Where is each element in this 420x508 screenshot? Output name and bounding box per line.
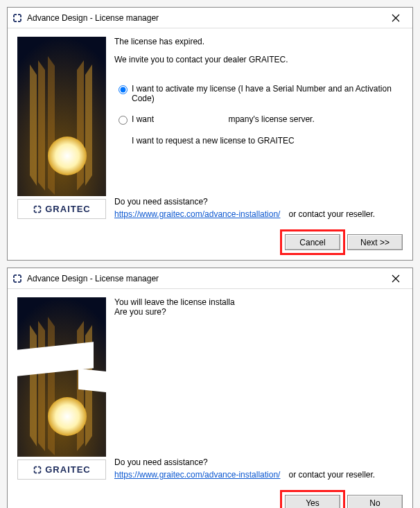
assistance-prompt: Do you need assistance?: [114, 197, 403, 207]
message-expired: The license has expired.: [114, 37, 403, 46]
button-label: Cancel: [299, 238, 325, 247]
option-label: I want to request a new license to GRAIT…: [132, 136, 403, 146]
titlebar-left: Advance Design - License manager: [12, 273, 159, 284]
dialog-content: GRAITEC The license has expired. We invi…: [8, 28, 412, 227]
button-label: Yes: [306, 498, 320, 508]
sidebar: GRAITEC: [17, 297, 106, 480]
artwork-overlay: [78, 369, 106, 393]
button-row: Yes No: [8, 488, 412, 508]
next-button[interactable]: Next >>: [347, 234, 403, 250]
option-label: I want to activate my license (I have a …: [132, 84, 403, 103]
close-button[interactable]: [382, 270, 410, 287]
option-activate-serial[interactable]: I want to activate my license (I have a …: [114, 84, 403, 103]
button-row: Cancel Next >>: [8, 227, 412, 260]
main-panel: You will leave the license installa Are …: [106, 297, 403, 480]
brand-icon: [33, 204, 42, 214]
activation-options: I want to activate my license (I have a …: [114, 84, 403, 157]
sidebar-artwork: [17, 297, 106, 457]
titlebar: Advance Design - License manager: [8, 8, 412, 28]
option-license-server[interactable]: I want to connect to my company's licens…: [114, 114, 403, 125]
main-panel: The license has expired. We invite you t…: [106, 37, 403, 219]
app-icon: [12, 273, 23, 284]
titlebar-left: Advance Design - License manager: [12, 12, 159, 24]
assistance-section: Do you need assistance? https://www.grai…: [114, 444, 403, 480]
license-dialog-confirm: Advance Design - License manager: [7, 268, 413, 508]
assistance-row: https://www.graitec.com/advance-installa…: [114, 470, 403, 480]
brand-logo: GRAITEC: [17, 459, 106, 480]
svg-point-3: [48, 397, 87, 436]
titlebar: Advance Design - License manager: [8, 268, 412, 289]
option-label-post: mpany's license server.: [228, 114, 314, 124]
sidebar-artwork: [17, 37, 106, 196]
assistance-after: or contact your reseller.: [288, 209, 375, 219]
assistance-section: Do you need assistance? https://www.grai…: [114, 183, 403, 219]
close-button[interactable]: [382, 10, 410, 26]
close-icon: [392, 274, 400, 283]
assistance-row: https://www.graitec.com/advance-installa…: [114, 209, 403, 219]
radio-license-server[interactable]: [119, 116, 128, 125]
assistance-link[interactable]: https://www.graitec.com/advance-installa…: [114, 209, 280, 219]
assistance-after: or contact your reseller.: [288, 470, 375, 480]
dialog-title: Advance Design - License manager: [27, 13, 159, 23]
assistance-prompt: Do you need assistance?: [114, 457, 403, 467]
brand-text: GRAITEC: [45, 204, 91, 214]
button-label: No: [369, 498, 380, 508]
close-icon: [392, 14, 400, 22]
no-button[interactable]: No: [347, 495, 403, 508]
app-icon: [12, 12, 23, 24]
radio-activate-serial[interactable]: [119, 85, 128, 94]
confirm-message-line2: Are you sure?: [114, 307, 403, 317]
cancel-button[interactable]: Cancel: [285, 234, 340, 250]
option-label: I want to connect to my company's licens…: [132, 114, 403, 124]
dialog-content: GRAITEC You will leave the license insta…: [8, 289, 412, 488]
button-label: Next >>: [360, 238, 390, 247]
brand-logo: GRAITEC: [17, 199, 106, 219]
dialog-title: Advance Design - License manager: [27, 274, 159, 283]
brand-text: GRAITEC: [45, 464, 91, 475]
brand-icon: [33, 465, 42, 475]
option-label-pre: I want: [132, 114, 156, 124]
assistance-link[interactable]: https://www.graitec.com/advance-installa…: [114, 470, 280, 480]
yes-button[interactable]: Yes: [285, 495, 340, 508]
option-request-license[interactable]: I want to request a new license to GRAIT…: [114, 136, 403, 146]
confirm-message-line1: You will leave the license installa: [114, 297, 403, 307]
sidebar: GRAITEC: [17, 37, 106, 219]
svg-point-1: [48, 137, 87, 175]
message-contact-dealer: We invite you to contact your dealer GRA…: [114, 55, 403, 64]
license-dialog-initial: Advance Design - License manager: [7, 7, 413, 261]
